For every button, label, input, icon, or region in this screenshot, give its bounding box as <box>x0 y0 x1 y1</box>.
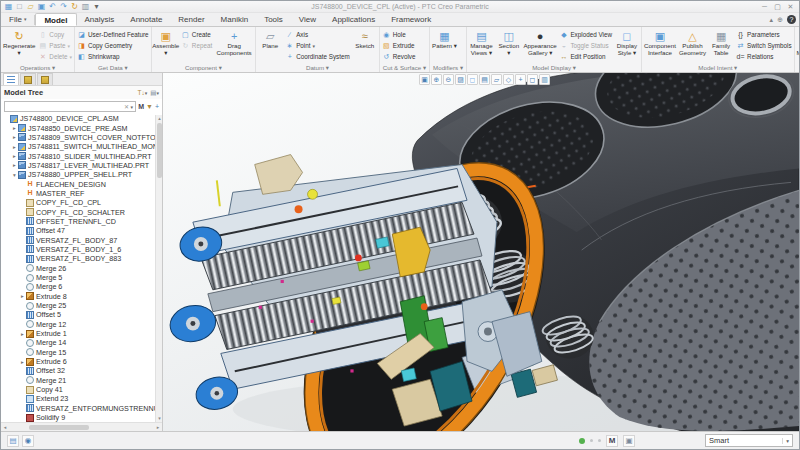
tab-analysis[interactable]: Analysis <box>77 13 123 26</box>
display-style-button[interactable]: ◻Display Style ▾ <box>614 28 640 56</box>
coordinate-system-button[interactable]: +Coordinate System <box>284 51 351 62</box>
tree-item[interactable]: ▸Extrude 6 <box>1 357 162 366</box>
publish-geometry-button[interactable]: △Publish Geometry <box>678 28 707 56</box>
tree-item[interactable]: Merge 21 <box>1 376 162 385</box>
tree-item[interactable]: OFFSET_TRENNFL_CD <box>1 217 162 226</box>
search-input[interactable]: ✕ ▾ <box>4 101 136 112</box>
tree-item[interactable]: ▸JS748809_SWITCH_COVER_NOTFTOOL.PRT <box>1 133 162 142</box>
revolve-button[interactable]: ↺Revolve <box>381 51 417 62</box>
view-manager-icon[interactable]: ▥ <box>539 74 550 85</box>
display-style-icon[interactable]: ◻ <box>467 74 478 85</box>
tree-item[interactable]: Merge 15 <box>1 348 162 357</box>
tree-item[interactable]: Extend 23 <box>1 394 162 403</box>
tree-item[interactable]: VERSATZ_FL_BODY_1_6 <box>1 245 162 254</box>
tree-vscrollbar[interactable]: ▴ ▾ <box>155 115 162 422</box>
3d-model-view[interactable] <box>163 73 799 431</box>
plane-button[interactable]: ▱Plane <box>257 28 283 50</box>
tree-item[interactable]: ▸JS748811_SWITCH_MULTIHEAD_MONT.ASM <box>1 142 162 151</box>
repeat-button[interactable]: ↻Repeat <box>180 40 213 51</box>
tree-item[interactable]: ▸Extrude 1 <box>1 329 162 338</box>
manage-views-button[interactable]: ▤Manage Views ▾ <box>468 28 495 56</box>
tree-item[interactable]: HFLAECHEN_DESIGN <box>1 179 162 188</box>
relations-button[interactable]: d=Relations <box>735 51 792 62</box>
tab-applications[interactable]: Applications <box>324 13 383 26</box>
copy-button[interactable]: ▯Copy <box>37 29 73 40</box>
tab-view[interactable]: View <box>291 13 324 26</box>
delete-button[interactable]: ✕Delete▾ <box>37 51 73 62</box>
tree-item[interactable]: VERSATZ_FL_BODY_883 <box>1 254 162 263</box>
group-label[interactable]: Model Display ▾ <box>468 64 640 72</box>
graphics-area[interactable]: ▣⊕⊖▨◻▤▱◇+◻▥ <box>163 73 799 431</box>
tree-item[interactable]: ▸JS748850_DEVICE_PRE.ASM <box>1 123 162 132</box>
section-button[interactable]: ◫Section ▾ <box>496 28 522 56</box>
component-interface-button[interactable]: ▣Component Interface <box>643 28 677 56</box>
scroll-left-icon[interactable]: ◂ <box>1 424 9 430</box>
refit-icon[interactable]: ▣ <box>419 74 430 85</box>
datum-display-filters-icon[interactable]: ▱ <box>491 74 502 85</box>
copy-geometry-button[interactable]: ◨Copy Geometry <box>76 40 150 51</box>
group-label[interactable]: Datum ▾ <box>257 64 378 72</box>
help-icon[interactable]: ? <box>787 15 796 24</box>
expand-arrow-icon[interactable]: ▸ <box>19 293 26 299</box>
group-label[interactable]: Operations ▾ <box>2 64 73 72</box>
group-label[interactable]: Component ▾ <box>153 64 255 72</box>
switch-symbols-button[interactable]: ⇄Switch Symbols <box>735 40 792 51</box>
toggle-status-button[interactable]: ◒Toggle Status <box>558 40 613 51</box>
tree-item[interactable]: Merge 25 <box>1 301 162 310</box>
chevron-down-icon[interactable]: ▾ <box>782 438 789 444</box>
family-table-button[interactable]: ▦Family Table <box>708 28 734 56</box>
vscroll-thumb[interactable] <box>157 123 162 178</box>
tree-item[interactable]: COPY_FL_CD_SCHALTER <box>1 207 162 216</box>
scroll-down-icon[interactable]: ▾ <box>156 415 163 422</box>
zoom-out-icon[interactable]: ⊖ <box>443 74 454 85</box>
perspective-icon[interactable]: ◻ <box>527 74 538 85</box>
saved-orientations-icon[interactable]: ▤ <box>479 74 490 85</box>
tree-item[interactable]: Merge 5 <box>1 273 162 282</box>
group-label[interactable]: Get Data ▾ <box>76 64 150 72</box>
tree-item[interactable]: VERSATZ_FL_BODY_87 <box>1 235 162 244</box>
point-button[interactable]: ∗Point▾ <box>284 40 351 51</box>
tab-manikin[interactable]: Manikin <box>213 13 257 26</box>
tree-item[interactable]: JS748800_DEVICE_CPL.ASM <box>1 114 162 123</box>
group-label[interactable]: Model Intent ▾ <box>643 64 793 72</box>
expand-arrow-icon[interactable]: ▸ <box>11 134 18 140</box>
tree-item[interactable]: COPY_FL_CD_CPL <box>1 198 162 207</box>
maximize-icon[interactable]: ▢ <box>773 2 782 11</box>
selection-filter-combobox[interactable]: Smart ▾ <box>705 434 793 447</box>
expand-arrow-icon[interactable]: ▸ <box>11 153 18 159</box>
spin-center-icon[interactable]: + <box>515 74 526 85</box>
expand-arrow-icon[interactable]: ▸ <box>11 162 18 168</box>
annotation-display-icon[interactable]: ◇ <box>503 74 514 85</box>
tree-item[interactable]: ▸JS748810_SLIDER_MULTIHEAD.PRT <box>1 151 162 160</box>
sketch-button[interactable]: ≈Sketch <box>352 28 378 50</box>
hscroll-thumb[interactable] <box>29 425 89 430</box>
tab-model[interactable]: Model <box>35 13 76 26</box>
tree-item[interactable]: Merge 6 <box>1 282 162 291</box>
pattern-button[interactable]: ▦Pattern ▾ <box>431 28 458 50</box>
group-label[interactable]: Modifiers ▾ <box>431 64 465 72</box>
repaint-icon[interactable]: ▨ <box>455 74 466 85</box>
find-icon[interactable]: M <box>138 103 144 110</box>
tree-item[interactable]: Merge 12 <box>1 320 162 329</box>
extrude-button[interactable]: ▧Extrude <box>381 40 417 51</box>
find-in-model-icon[interactable]: M <box>606 435 618 447</box>
model-tree-tab[interactable] <box>3 73 19 85</box>
create-button[interactable]: ▢Create <box>180 29 213 40</box>
tree-item[interactable]: Offset 5 <box>1 310 162 319</box>
minimize-icon[interactable]: ─ <box>760 2 769 11</box>
shrinkwrap-button[interactable]: ◧Shrinkwrap <box>76 51 150 62</box>
tree-hscrollbar[interactable]: ◂ ▸ <box>1 422 162 431</box>
tree-item[interactable]: Merge 14 <box>1 338 162 347</box>
filter-icon[interactable]: ▼ <box>146 103 153 110</box>
drag-components-button[interactable]: +Drag Components <box>214 28 254 56</box>
minimize-ribbon-icon[interactable]: ▴ <box>770 16 774 24</box>
paste-button[interactable]: ▤Paste▾ <box>37 40 73 51</box>
close-icon[interactable]: ✕ <box>786 2 795 11</box>
model-tree-toggle-icon[interactable]: ▤ <box>7 435 19 447</box>
tree-item[interactable]: Copy 41 <box>1 385 162 394</box>
tree-item[interactable]: Solidify 9 <box>1 413 162 422</box>
user-defined-feature-button[interactable]: ◪User-Defined Feature <box>76 29 150 40</box>
parameters-button[interactable]: {}Parameters <box>735 29 792 40</box>
tree-item[interactable]: VERSATZ_ENTFORMUNGSTRENNUNG <box>1 404 162 413</box>
clear-search-icon[interactable]: ✕ ▾ <box>124 103 133 110</box>
